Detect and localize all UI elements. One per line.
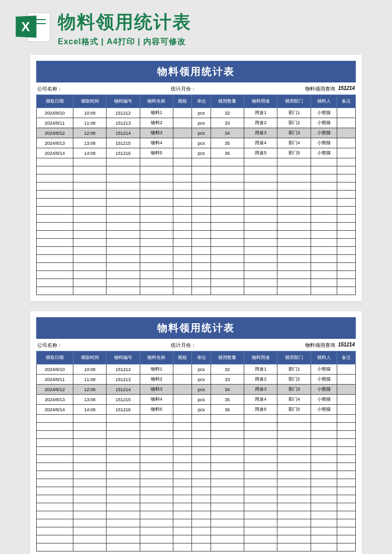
table-cell: 小熊猫: [311, 108, 337, 118]
table-cell: [107, 279, 140, 287]
table-cell: [37, 199, 73, 207]
table-cell: [107, 495, 140, 503]
table-cell: [192, 431, 211, 439]
table-cell: [244, 199, 277, 207]
table-cell: [311, 223, 337, 231]
column-header: 物料用途: [244, 95, 277, 108]
table-cell: [37, 415, 73, 423]
table-cell: [37, 479, 73, 487]
table-cell: [311, 511, 337, 519]
table-cell: 小熊猫: [311, 148, 337, 158]
table-cell: [211, 471, 244, 479]
table-cell: 11:08: [73, 118, 106, 128]
column-header: 领取日期: [37, 351, 73, 364]
table-cell: [244, 271, 277, 279]
table-cell: [244, 543, 277, 551]
table-cell: [73, 479, 106, 487]
table-cell: [37, 279, 73, 287]
table-cell: [211, 511, 244, 519]
table-row-empty: [37, 199, 356, 207]
table-cell: [107, 519, 140, 527]
table-cell: [337, 495, 355, 503]
table-cell: pcs: [192, 385, 211, 395]
table-row-empty: [37, 463, 356, 471]
column-header: 领用数量: [211, 351, 244, 364]
table-cell: [244, 158, 277, 166]
table-cell: 33: [211, 375, 244, 385]
table-cell: [277, 487, 311, 495]
table-cell: [73, 423, 106, 431]
table-cell: 34: [211, 128, 244, 138]
info-row: 公司名称： 统计月份： 物料领用查询 151214: [36, 339, 356, 351]
table-cell: [244, 495, 277, 503]
document-page-2: 物料领用统计表 公司名称： 统计月份： 物料领用查询 151214 领取日期领取…: [30, 311, 362, 554]
table-cell: [244, 182, 277, 191]
table-cell: [244, 527, 277, 535]
table-row-empty: [37, 247, 356, 255]
table-cell: [311, 231, 337, 239]
table-cell: [173, 166, 192, 174]
table-cell: [107, 287, 140, 295]
table-cell: [311, 527, 337, 535]
table-cell: [211, 223, 244, 231]
table-cell: [107, 431, 140, 439]
table-cell: [211, 463, 244, 471]
table-cell: [337, 207, 355, 215]
table-cell: 32: [211, 364, 244, 375]
table-cell: [244, 415, 277, 423]
table-cell: [211, 191, 244, 199]
table-cell: [173, 215, 192, 223]
table-body-1: 2024/8/1010:08151212物料1pcs32用途1部门1小熊猫202…: [37, 108, 356, 295]
table-cell: [244, 423, 277, 431]
table-cell: [192, 191, 211, 199]
table-cell: [337, 271, 355, 279]
table-cell: [37, 271, 73, 279]
table-cell: [73, 535, 106, 543]
table-cell: [211, 439, 244, 447]
table-header-row: 领取日期领取时间物料编号物料名称规格单位领用数量物料用途领用部门领料人备注: [37, 351, 356, 364]
table-cell: [73, 471, 106, 479]
table-cell: 32: [211, 108, 244, 118]
table-cell: 151212: [107, 108, 140, 118]
table-cell: [37, 439, 73, 447]
table-cell: [37, 191, 73, 199]
table-cell: [140, 255, 173, 263]
column-header: 物料名称: [140, 351, 173, 364]
column-header: 规格: [173, 95, 192, 108]
table-cell: [244, 471, 277, 479]
table-cell: [311, 215, 337, 223]
table-cell: [311, 263, 337, 271]
month-label: 统计月份：: [171, 342, 196, 349]
table-cell: [173, 431, 192, 439]
table-cell: [173, 255, 192, 263]
table-cell: pcs: [192, 128, 211, 138]
table-cell: [337, 138, 355, 148]
table-cell: [337, 479, 355, 487]
table-cell: [244, 455, 277, 463]
table-cell: [173, 463, 192, 471]
table-cell: 用途2: [244, 118, 277, 128]
table-cell: [192, 415, 211, 423]
table-cell: pcs: [192, 138, 211, 148]
table-cell: pcs: [192, 395, 211, 405]
table-cell: 用途1: [244, 108, 277, 118]
table-cell: [173, 543, 192, 551]
table-cell: 36: [211, 148, 244, 158]
table-cell: [73, 543, 106, 551]
table-cell: [337, 287, 355, 295]
table-cell: [337, 128, 355, 138]
table-cell: 小熊猫: [311, 375, 337, 385]
table-cell: [140, 158, 173, 166]
table-cell: 物料1: [140, 364, 173, 375]
query-label: 物料领用查询: [305, 342, 335, 349]
table-cell: [73, 495, 106, 503]
table-cell: [192, 271, 211, 279]
table-cell: [107, 166, 140, 174]
table-cell: [277, 439, 311, 447]
table-cell: [37, 487, 73, 495]
table-row-empty: [37, 166, 356, 174]
table-cell: [311, 463, 337, 471]
table-row: 2024/8/1010:08151212物料1pcs32用途1部门1小熊猫: [37, 108, 356, 118]
query-value: 151214: [338, 342, 355, 349]
table-cell: [140, 174, 173, 182]
